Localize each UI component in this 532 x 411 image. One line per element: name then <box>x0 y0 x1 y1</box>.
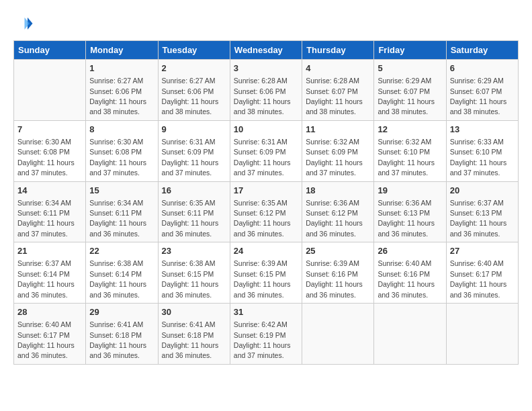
day-number: 18 <box>306 185 370 197</box>
day-number: 29 <box>89 306 154 318</box>
day-number: 28 <box>17 306 82 318</box>
day-number: 23 <box>162 245 226 257</box>
calendar-week-row: 7Sunrise: 6:30 AM Sunset: 6:08 PM Daylig… <box>14 120 519 181</box>
calendar-cell: 24Sunrise: 6:39 AM Sunset: 6:15 PM Dayli… <box>230 242 302 304</box>
calendar-cell: 12Sunrise: 6:32 AM Sunset: 6:10 PM Dayli… <box>374 120 446 181</box>
day-info: Sunrise: 6:41 AM Sunset: 6:18 PM Dayligh… <box>162 320 219 359</box>
page-header <box>13 13 519 34</box>
day-number: 8 <box>89 124 154 136</box>
day-info: Sunrise: 6:32 AM Sunset: 6:10 PM Dayligh… <box>378 138 435 177</box>
day-number: 13 <box>450 124 515 136</box>
day-number: 1 <box>89 62 154 75</box>
day-number: 22 <box>89 245 154 257</box>
calendar-header-row: SundayMondayTuesdayWednesdayThursdayFrid… <box>14 41 519 60</box>
day-info: Sunrise: 6:30 AM Sunset: 6:08 PM Dayligh… <box>89 138 146 177</box>
day-info: Sunrise: 6:35 AM Sunset: 6:11 PM Dayligh… <box>162 199 219 238</box>
calendar-cell: 2Sunrise: 6:27 AM Sunset: 6:06 PM Daylig… <box>158 60 230 121</box>
day-number: 6 <box>450 62 515 75</box>
calendar-cell: 8Sunrise: 6:30 AM Sunset: 6:08 PM Daylig… <box>86 120 158 181</box>
day-number: 11 <box>306 124 370 136</box>
calendar-cell <box>302 304 374 365</box>
day-info: Sunrise: 6:40 AM Sunset: 6:17 PM Dayligh… <box>450 259 507 298</box>
calendar-cell: 13Sunrise: 6:33 AM Sunset: 6:10 PM Dayli… <box>446 120 518 181</box>
day-info: Sunrise: 6:38 AM Sunset: 6:15 PM Dayligh… <box>162 259 219 298</box>
calendar-cell: 5Sunrise: 6:29 AM Sunset: 6:07 PM Daylig… <box>374 60 446 121</box>
day-info: Sunrise: 6:42 AM Sunset: 6:19 PM Dayligh… <box>234 320 291 359</box>
day-of-week-header: Thursday <box>302 41 374 60</box>
day-info: Sunrise: 6:31 AM Sunset: 6:09 PM Dayligh… <box>162 138 219 177</box>
day-number: 20 <box>450 185 515 197</box>
day-info: Sunrise: 6:30 AM Sunset: 6:08 PM Dayligh… <box>17 138 75 177</box>
day-number: 31 <box>234 306 298 318</box>
day-info: Sunrise: 6:27 AM Sunset: 6:06 PM Dayligh… <box>162 77 219 116</box>
day-info: Sunrise: 6:34 AM Sunset: 6:11 PM Dayligh… <box>17 199 75 238</box>
calendar-cell: 22Sunrise: 6:38 AM Sunset: 6:14 PM Dayli… <box>86 242 158 304</box>
day-info: Sunrise: 6:34 AM Sunset: 6:11 PM Dayligh… <box>89 199 146 238</box>
day-number: 17 <box>234 185 298 197</box>
day-number: 27 <box>450 245 515 257</box>
day-number: 7 <box>17 124 82 136</box>
day-number: 14 <box>17 185 82 197</box>
calendar-cell: 14Sunrise: 6:34 AM Sunset: 6:11 PM Dayli… <box>14 181 86 242</box>
calendar-cell: 3Sunrise: 6:28 AM Sunset: 6:06 PM Daylig… <box>230 60 302 121</box>
day-number: 3 <box>234 62 298 75</box>
calendar-cell: 31Sunrise: 6:42 AM Sunset: 6:19 PM Dayli… <box>230 304 302 365</box>
calendar-week-row: 21Sunrise: 6:37 AM Sunset: 6:14 PM Dayli… <box>14 242 519 304</box>
calendar-cell: 17Sunrise: 6:35 AM Sunset: 6:12 PM Dayli… <box>230 181 302 242</box>
day-info: Sunrise: 6:28 AM Sunset: 6:06 PM Dayligh… <box>234 77 291 116</box>
day-info: Sunrise: 6:31 AM Sunset: 6:09 PM Dayligh… <box>234 138 291 177</box>
day-number: 12 <box>378 124 442 136</box>
calendar-cell: 20Sunrise: 6:37 AM Sunset: 6:13 PM Dayli… <box>446 181 518 242</box>
calendar-cell: 28Sunrise: 6:40 AM Sunset: 6:17 PM Dayli… <box>14 304 86 365</box>
day-info: Sunrise: 6:40 AM Sunset: 6:16 PM Dayligh… <box>378 259 435 298</box>
day-number: 25 <box>306 245 370 257</box>
day-number: 4 <box>306 62 370 75</box>
day-info: Sunrise: 6:40 AM Sunset: 6:17 PM Dayligh… <box>17 320 75 359</box>
day-number: 10 <box>234 124 298 136</box>
day-info: Sunrise: 6:36 AM Sunset: 6:13 PM Dayligh… <box>378 199 435 238</box>
day-of-week-header: Wednesday <box>230 41 302 60</box>
day-info: Sunrise: 6:37 AM Sunset: 6:14 PM Dayligh… <box>17 259 75 298</box>
calendar-cell: 19Sunrise: 6:36 AM Sunset: 6:13 PM Dayli… <box>374 181 446 242</box>
calendar-cell: 4Sunrise: 6:28 AM Sunset: 6:07 PM Daylig… <box>302 60 374 121</box>
day-info: Sunrise: 6:29 AM Sunset: 6:07 PM Dayligh… <box>450 77 507 116</box>
day-info: Sunrise: 6:37 AM Sunset: 6:13 PM Dayligh… <box>450 199 507 238</box>
day-of-week-header: Saturday <box>446 41 518 60</box>
day-info: Sunrise: 6:36 AM Sunset: 6:12 PM Dayligh… <box>306 199 363 238</box>
day-info: Sunrise: 6:29 AM Sunset: 6:07 PM Dayligh… <box>378 77 435 116</box>
day-number: 2 <box>162 62 226 75</box>
day-number: 30 <box>162 306 226 318</box>
day-number: 21 <box>17 245 82 257</box>
day-number: 24 <box>234 245 298 257</box>
day-of-week-header: Sunday <box>14 41 86 60</box>
day-number: 5 <box>378 62 442 75</box>
calendar-cell <box>14 60 86 121</box>
day-of-week-header: Monday <box>86 41 158 60</box>
calendar-cell: 30Sunrise: 6:41 AM Sunset: 6:18 PM Dayli… <box>158 304 230 365</box>
day-info: Sunrise: 6:38 AM Sunset: 6:14 PM Dayligh… <box>89 259 146 298</box>
calendar-cell: 29Sunrise: 6:41 AM Sunset: 6:18 PM Dayli… <box>86 304 158 365</box>
calendar-cell: 23Sunrise: 6:38 AM Sunset: 6:15 PM Dayli… <box>158 242 230 304</box>
day-number: 15 <box>89 185 154 197</box>
calendar-cell: 9Sunrise: 6:31 AM Sunset: 6:09 PM Daylig… <box>158 120 230 181</box>
calendar-week-row: 1Sunrise: 6:27 AM Sunset: 6:06 PM Daylig… <box>14 60 519 121</box>
day-of-week-header: Friday <box>374 41 446 60</box>
day-of-week-header: Tuesday <box>158 41 230 60</box>
day-info: Sunrise: 6:39 AM Sunset: 6:15 PM Dayligh… <box>234 259 291 298</box>
day-info: Sunrise: 6:41 AM Sunset: 6:18 PM Dayligh… <box>89 320 146 359</box>
calendar-cell: 21Sunrise: 6:37 AM Sunset: 6:14 PM Dayli… <box>14 242 86 304</box>
calendar-cell: 16Sunrise: 6:35 AM Sunset: 6:11 PM Dayli… <box>158 181 230 242</box>
logo-icon <box>13 13 34 34</box>
calendar-week-row: 14Sunrise: 6:34 AM Sunset: 6:11 PM Dayli… <box>14 181 519 242</box>
calendar-cell <box>446 304 518 365</box>
calendar-cell: 7Sunrise: 6:30 AM Sunset: 6:08 PM Daylig… <box>14 120 86 181</box>
calendar-cell <box>374 304 446 365</box>
day-info: Sunrise: 6:27 AM Sunset: 6:06 PM Dayligh… <box>89 77 146 116</box>
day-number: 9 <box>162 124 226 136</box>
logo <box>13 13 36 34</box>
day-number: 19 <box>378 185 442 197</box>
calendar-cell: 10Sunrise: 6:31 AM Sunset: 6:09 PM Dayli… <box>230 120 302 181</box>
calendar-cell: 15Sunrise: 6:34 AM Sunset: 6:11 PM Dayli… <box>86 181 158 242</box>
calendar-table: SundayMondayTuesdayWednesdayThursdayFrid… <box>13 40 519 365</box>
calendar-cell: 26Sunrise: 6:40 AM Sunset: 6:16 PM Dayli… <box>374 242 446 304</box>
